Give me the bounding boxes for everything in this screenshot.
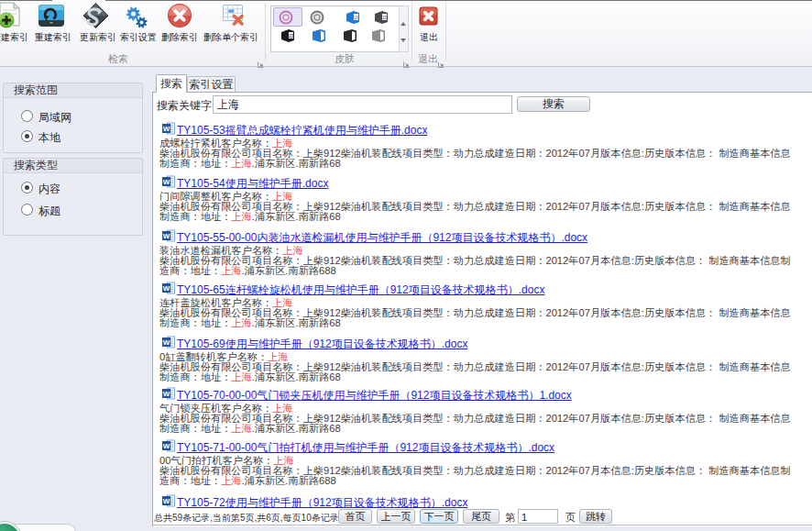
svg-text:W: W <box>163 125 170 133</box>
svg-text:W: W <box>163 390 170 398</box>
svg-text:W: W <box>163 232 170 240</box>
svg-text:W: W <box>163 178 170 186</box>
svg-text:W: W <box>163 497 170 505</box>
svg-text:W: W <box>163 338 170 347</box>
svg-text:W: W <box>163 284 170 293</box>
svg-text:W: W <box>163 442 170 450</box>
